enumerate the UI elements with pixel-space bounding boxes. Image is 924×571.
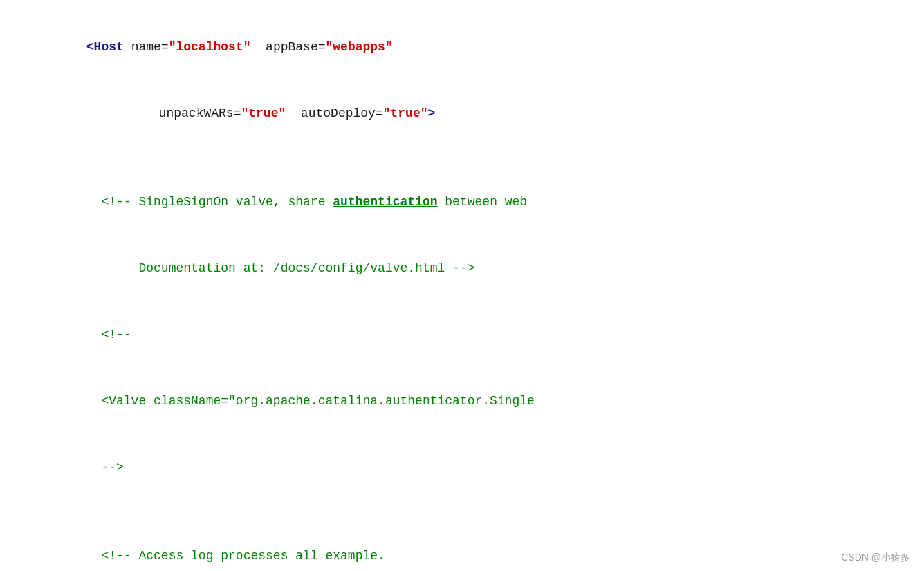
code-line-empty2 (41, 500, 924, 523)
tag-host-open: <Host (86, 40, 131, 54)
code-line-7: <Valve className="org.apache.catalina.au… (41, 368, 924, 434)
code-editor: <Host name="localhost" appBase="webapps"… (0, 0, 924, 571)
code-line-8: --> (41, 434, 924, 500)
code-line-6: <!-- (41, 301, 924, 368)
code-line-4: <!-- SingleSignOn valve, share authentic… (41, 169, 924, 235)
code-line-empty1 (41, 147, 924, 169)
attr-name: name= (131, 40, 169, 54)
code-line-5: Documentation at: /docs/config/valve.htm… (41, 235, 924, 301)
watermark: CSDN @小猿多 (841, 552, 910, 564)
attr-val-name: "localhost" (169, 40, 251, 54)
code-line-1: <Host name="localhost" appBase="webapps" (41, 14, 924, 80)
code-line-2: unpackWARs="true" autoDeploy="true"> (41, 80, 924, 147)
code-line-10: <!-- Access log processes all example. (41, 523, 924, 571)
